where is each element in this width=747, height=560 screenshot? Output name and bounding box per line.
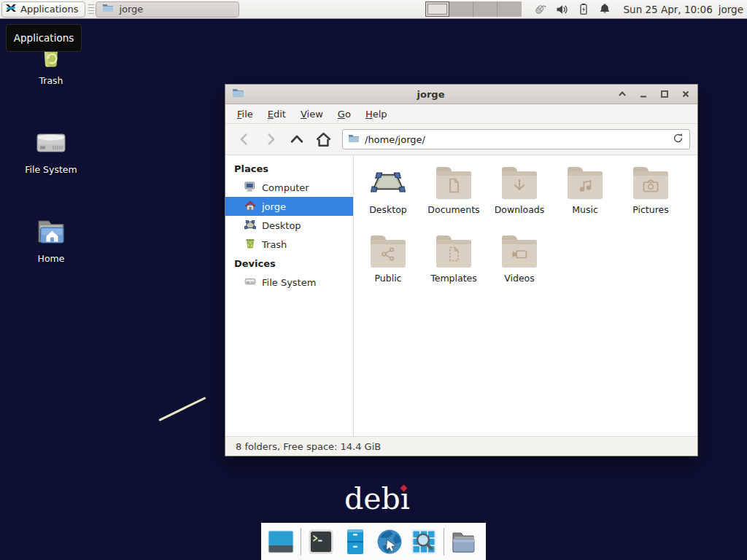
file-item-desktop[interactable]: Desktop <box>355 162 421 230</box>
file-item-label: Templates <box>421 273 487 284</box>
file-item-music[interactable]: Music <box>552 162 618 230</box>
trash-icon <box>244 238 256 252</box>
applications-menu-button[interactable]: Applications <box>1 1 85 18</box>
reload-icon[interactable] <box>672 132 684 147</box>
file-manager-window: jorge File Edit View Go Help <box>225 84 698 456</box>
file-item-templates[interactable]: Templates <box>421 230 487 299</box>
workspace-3[interactable] <box>473 1 498 17</box>
statusbar-text: 8 folders, Free space: 14.4 GiB <box>236 441 381 452</box>
documents-folder-icon <box>436 171 471 199</box>
maximize-button[interactable] <box>659 89 670 99</box>
home-button[interactable] <box>311 128 335 150</box>
show-desktop-button[interactable] <box>266 527 295 556</box>
path-folder-icon <box>348 133 360 147</box>
applications-tooltip: Applications <box>6 24 82 52</box>
dock-separator <box>301 528 301 556</box>
home-folder-icon <box>34 214 69 249</box>
window-folder-icon <box>232 87 244 102</box>
hard-drive-icon <box>244 276 256 289</box>
top-panel: Applications jorge <box>0 0 747 19</box>
file-item-label: Videos <box>487 273 552 284</box>
clock[interactable]: Sun 25 Apr, 10:06 <box>624 4 713 15</box>
desktop-folder-icon <box>355 162 421 204</box>
file-item-documents[interactable]: Documents <box>421 162 487 230</box>
file-item-label: Music <box>552 204 618 215</box>
shade-button[interactable] <box>617 89 627 99</box>
terminal-launcher[interactable] <box>306 527 336 556</box>
desktop-icon-label: Home <box>10 253 92 264</box>
menu-help[interactable]: Help <box>358 106 395 122</box>
file-item-label: Desktop <box>355 204 421 215</box>
pictures-folder-icon <box>633 171 668 199</box>
file-item-pictures[interactable]: Pictures <box>618 162 684 230</box>
desktop-icon-home[interactable]: Home <box>10 214 92 264</box>
workspace-4[interactable] <box>498 1 522 17</box>
menu-go[interactable]: Go <box>330 106 358 122</box>
tooltip-text: Applications <box>14 32 74 44</box>
sidebar-item-file-system[interactable]: File System <box>225 273 353 292</box>
window-title: jorge <box>250 89 611 100</box>
panel-user-label[interactable]: jorge <box>719 4 743 15</box>
web-browser-launcher[interactable] <box>375 527 404 556</box>
file-item-label: Pictures <box>618 204 684 215</box>
sidebar-item-label: Computer <box>262 182 309 193</box>
sidebar-item-label: Trash <box>262 239 287 250</box>
close-button[interactable] <box>681 89 691 99</box>
directory-menu-launcher[interactable] <box>449 527 479 556</box>
file-item-label: Documents <box>421 204 487 215</box>
file-manager-launcher[interactable] <box>341 527 370 556</box>
mouse-icon[interactable] <box>533 3 546 15</box>
menu-edit[interactable]: Edit <box>260 106 293 122</box>
application-finder-launcher[interactable] <box>409 527 438 556</box>
taskbar-window-label: jorge <box>119 4 143 15</box>
volume-icon[interactable] <box>556 4 568 15</box>
debian-logo: debıan <box>330 481 425 516</box>
taskbar-window-button[interactable]: jorge <box>96 1 239 18</box>
sidebar-item-label: Desktop <box>262 220 301 231</box>
desktop-icon-label: Trash <box>10 75 92 86</box>
battery-charging-icon[interactable] <box>578 3 589 15</box>
up-button[interactable] <box>285 128 309 150</box>
sidebar-item-label: jorge <box>262 201 286 212</box>
window-folder-icon <box>102 2 114 16</box>
workspace-switcher[interactable] <box>425 1 522 17</box>
sidebar-item-label: File System <box>262 277 316 288</box>
desktop-icon-label: File System <box>10 164 92 175</box>
workspace-1[interactable] <box>425 1 449 17</box>
public-folder-icon <box>371 240 406 268</box>
file-item-downloads[interactable]: Downloads <box>487 162 552 230</box>
minimize-button[interactable] <box>638 89 649 99</box>
sidebar-item-desktop[interactable]: Desktop <box>225 216 353 235</box>
dock-separator <box>444 528 444 556</box>
sidebar: Places Computer <box>225 155 354 436</box>
sidebar-item-jorge[interactable]: jorge <box>225 197 353 216</box>
toolbar: /home/jorge/ <box>225 124 697 155</box>
back-button[interactable] <box>233 128 256 150</box>
location-bar[interactable]: /home/jorge/ <box>342 129 690 149</box>
debian-logo-text: deb <box>344 481 400 516</box>
menu-view[interactable]: View <box>293 106 330 122</box>
menubar: File Edit View Go Help <box>225 104 697 124</box>
notification-bell-icon[interactable] <box>599 3 611 15</box>
computer-icon <box>244 181 256 195</box>
forward-button[interactable] <box>259 128 282 150</box>
dock-panel <box>261 523 486 560</box>
home-icon <box>244 200 256 214</box>
downloads-folder-icon <box>502 171 537 199</box>
sidebar-item-trash[interactable]: Trash <box>225 235 353 254</box>
file-item-public[interactable]: Public <box>355 230 421 299</box>
desktop-icon-file-system[interactable]: File System <box>10 125 92 175</box>
tasklist-handle[interactable] <box>88 4 94 15</box>
workspace-2[interactable] <box>449 1 473 17</box>
file-item-videos[interactable]: Videos <box>487 230 552 299</box>
menu-file[interactable]: File <box>230 106 260 122</box>
sidebar-item-computer[interactable]: Computer <box>225 178 353 197</box>
system-tray <box>533 3 611 15</box>
window-titlebar[interactable]: jorge <box>225 85 697 104</box>
file-item-label: Downloads <box>487 204 552 215</box>
applications-menu-label: Applications <box>20 4 78 15</box>
file-list[interactable]: Desktop Documents Down <box>354 155 697 436</box>
statusbar: 8 folders, Free space: 14.4 GiB <box>225 436 697 456</box>
path-text[interactable]: /home/jorge/ <box>365 134 425 145</box>
xfce-logo-icon <box>5 2 17 16</box>
